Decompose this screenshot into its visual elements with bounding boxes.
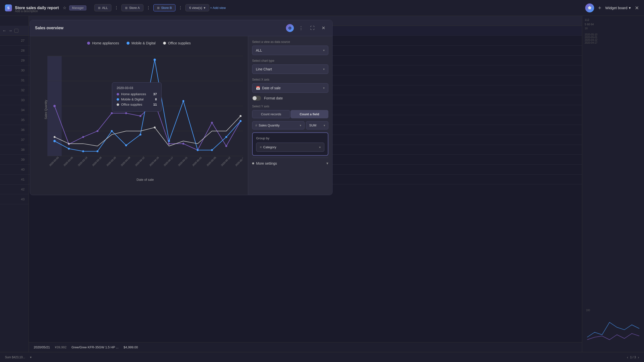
group-by-dropdown[interactable]: ≡ Category ▾ [256, 143, 324, 152]
svg-point-21 [182, 143, 184, 145]
status-bar: Sum $423,10... ▾ ‹ 1 / 3 › [0, 352, 644, 362]
svg-point-18 [140, 115, 142, 117]
x-axis-dropdown[interactable]: 📅 Date of sale ▾ [252, 83, 328, 93]
svg-point-43 [240, 115, 242, 117]
tab-all[interactable]: ⊞ ALL [94, 4, 112, 11]
avatar-button[interactable]: ⬟ [585, 3, 594, 12]
x-axis-label: Date of sale [136, 178, 154, 181]
svg-point-33 [154, 58, 156, 61]
legend-label-home: Home appliances [92, 41, 119, 45]
chart-type-dropdown[interactable]: Line Chart ▾ [252, 64, 328, 74]
row-34: 34 [0, 105, 28, 115]
star-icon[interactable]: ☆ [63, 5, 66, 10]
tab-all-more[interactable]: ⋮ [112, 4, 120, 11]
top-right-controls: ⬟ + Widget board ▾ ✕ [585, 3, 639, 12]
row-30: 30 [0, 65, 28, 75]
calendar-icon: 📅 [256, 86, 260, 90]
tooltip-value-home: 37 [153, 92, 157, 96]
chevron-down-icon-sum[interactable]: ▾ [30, 356, 32, 359]
chart-container: Sales Quantity Date of sale 80 60 40 20 [48, 50, 243, 169]
svg-point-20 [168, 143, 170, 145]
tab-store-b[interactable]: ⊞ Store B [153, 4, 176, 11]
format-date-toggle[interactable] [252, 96, 261, 101]
count-records-button[interactable]: Count records [252, 110, 290, 118]
svg-point-32 [140, 134, 142, 136]
field-dropdown[interactable]: # Sales Quantity ▾ [252, 121, 304, 129]
widget-board-button[interactable]: Widget board ▾ [605, 6, 631, 10]
modal-more-button[interactable]: ⋮ [297, 24, 305, 32]
legend-label-mobile: Mobile & Digital [132, 41, 156, 45]
legend-dot-office [163, 42, 166, 45]
tooltip-value-mobile: 8 [155, 97, 157, 101]
row-33: 33 [0, 95, 28, 105]
nav-forward-icon[interactable]: → [8, 28, 12, 33]
svg-point-35 [182, 100, 184, 102]
last-row-revenue: $4,999.00 [124, 346, 138, 349]
legend-dot-home [87, 42, 90, 45]
more-settings-row[interactable]: More settings ▾ [252, 158, 328, 169]
x-axis-label: Select X axis [252, 78, 328, 81]
svg-point-30 [111, 130, 113, 132]
modal-body: Home appliances Mobile & Digital Office … [30, 36, 332, 195]
data-source-dropdown[interactable]: ALL ▾ [252, 46, 328, 55]
row-39: 39 [0, 155, 28, 165]
modal-expand-button[interactable]: ⛶ [308, 24, 317, 32]
format-date-label: Format date [264, 96, 283, 100]
more-settings-label: More settings [256, 161, 277, 165]
legend-dot-mobile [126, 42, 130, 45]
panel-close-button[interactable]: ✕ [635, 5, 639, 11]
data-source-label: Select a view as data source [252, 40, 328, 44]
count-a-field-button[interactable]: Count a field [290, 110, 328, 118]
svg-point-12 [53, 105, 56, 107]
row-28: 28 [0, 46, 28, 55]
modal-gear-button[interactable]: ⚙ [286, 24, 294, 32]
chevron-down-icon-fv: ▾ [300, 124, 301, 127]
svg-text:2020-03-20: 2020-03-20 [106, 156, 116, 167]
format-date-toggle-row: Format date [252, 96, 328, 101]
chart-modal: Sales overview ⚙ ⋮ ⛶ ✕ Home appliances M… [30, 20, 332, 195]
tooltip-dot-home [117, 93, 119, 95]
field-value: # Sales Quantity [255, 123, 280, 127]
svg-point-40 [54, 136, 56, 138]
svg-text:2020-04-12: 2020-04-12 [134, 156, 145, 167]
chevron-down-icon-gb: ▾ [319, 146, 321, 149]
more-settings-left: More settings [252, 161, 277, 165]
pagination-prev-button[interactable]: ‹ [627, 355, 628, 359]
checkbox-icon[interactable] [14, 29, 18, 33]
last-row-price: ¥39,992 [55, 346, 66, 349]
svg-point-28 [82, 150, 84, 152]
y-axis-section-label: Select Y axis [252, 105, 328, 108]
chevron-down-icon-ct: ▾ [323, 67, 324, 71]
row-37: 37 [0, 135, 28, 145]
tab-store-b-more[interactable]: ⋮ [176, 4, 184, 11]
legend-mobile-digital: Mobile & Digital [126, 41, 156, 45]
svg-text:2020-03-05: 2020-03-05 [63, 156, 74, 167]
svg-text:2020-05-21: 2020-05-21 [235, 156, 243, 167]
chart-area: Home appliances Mobile & Digital Office … [30, 36, 248, 195]
tooltip-row-office: Office supplies 11 [117, 103, 157, 106]
aggregation-dropdown[interactable]: SUM ▾ [306, 121, 328, 129]
table-icon-a: ⊞ [125, 6, 128, 10]
chevron-down-icon-ms: ▾ [326, 161, 328, 166]
svg-text:2020-03-03: 2020-03-03 [49, 156, 59, 167]
add-view-button[interactable]: + Add view [210, 4, 226, 11]
row-41: 41 [0, 175, 28, 184]
x-axis-value: 📅 Date of sale [256, 86, 281, 90]
tab-store-a-more[interactable]: ⋮ [144, 4, 152, 11]
status-sum: Sum $423,10... [5, 356, 25, 359]
svg-text:2020-03-19: 2020-03-19 [92, 156, 102, 167]
pagination-next-button[interactable]: › [638, 355, 639, 359]
tab-store-a[interactable]: ⊞ Store A [121, 4, 144, 11]
tooltip-row-mobile: Mobile & Digital 8 [117, 97, 157, 101]
svg-point-15 [96, 130, 98, 132]
views-count[interactable]: 6 view(s) ▾ [186, 4, 209, 11]
chart-tooltip: 2020-03-03 Home appliances 37 Mobile & D… [112, 82, 162, 112]
app-description[interactable]: Add a description [15, 9, 38, 13]
modal-close-button[interactable]: ✕ [320, 24, 327, 32]
legend-office-supplies: Office supplies [163, 41, 191, 45]
svg-point-29 [96, 150, 98, 152]
add-button[interactable]: + [598, 5, 601, 11]
chevron-down-icon-ds: ▾ [323, 49, 324, 52]
svg-text:2020-03-13: 2020-03-13 [77, 156, 88, 167]
nav-back-icon[interactable]: ← [2, 28, 6, 33]
